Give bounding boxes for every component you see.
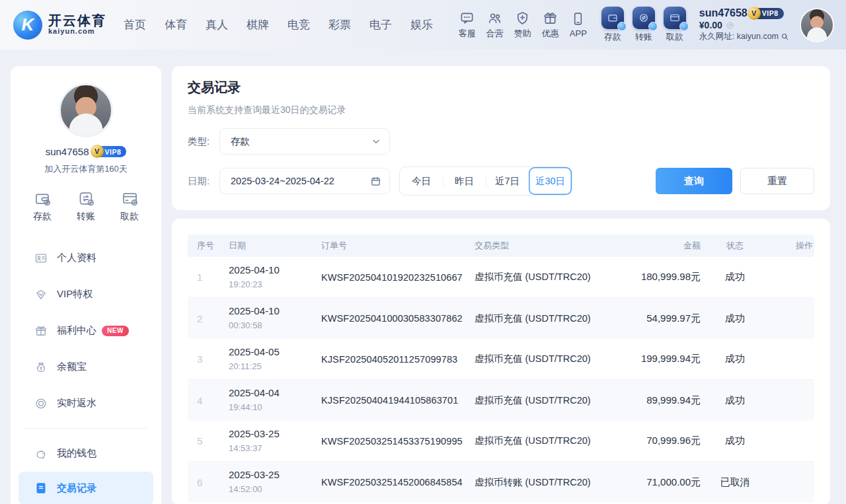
row-date-value: 2025-03-25 bbox=[229, 428, 280, 439]
row-transaction-type: 虚拟币充值 (USDT/TRC20) bbox=[465, 394, 634, 407]
promo-link[interactable]: 优惠 bbox=[542, 11, 559, 40]
nav-item-entertainment[interactable]: 娱乐 bbox=[410, 17, 433, 32]
brand-logo-icon: K bbox=[13, 11, 42, 40]
sidebar-item-welfare[interactable]: 福利中心 NEW bbox=[11, 312, 161, 349]
transfer-shortcut[interactable]: 转账 bbox=[633, 7, 655, 43]
sidebar-wallet-actions: 存款 转账 取款 bbox=[11, 190, 161, 223]
sidebar-divider bbox=[24, 428, 148, 429]
col-order: 订单号 bbox=[312, 240, 465, 252]
row-seq: 3 bbox=[188, 353, 219, 365]
deposit-shortcut[interactable]: 存款 bbox=[601, 7, 624, 43]
nav-item-esports[interactable]: 电竞 bbox=[288, 17, 310, 32]
welfare-icon bbox=[34, 324, 48, 338]
quick-range-group: 今日 昨日 近7日 近30日 bbox=[399, 166, 572, 196]
sidebar-item-vip[interactable]: VIP特权 bbox=[11, 276, 161, 312]
sidebar-item-label: 福利中心 bbox=[57, 324, 96, 337]
app-icon bbox=[570, 11, 586, 26]
nav-item-sports[interactable]: 体育 bbox=[165, 17, 187, 32]
customer-service-icon bbox=[459, 11, 475, 26]
row-date: 2025-04-0419:44:10 bbox=[219, 386, 312, 414]
row-seq: 1 bbox=[188, 271, 219, 283]
row-time-value: 00:30:58 bbox=[229, 320, 262, 330]
range-7days-button[interactable]: 近7日 bbox=[486, 167, 529, 195]
sidebar-deposit-action[interactable]: 存款 bbox=[33, 190, 52, 223]
deposit-label: 存款 bbox=[604, 31, 621, 43]
col-date: 日期 bbox=[219, 240, 312, 252]
row-amount: 54,999.97元 bbox=[634, 312, 702, 325]
main-panel: 交易记录 当前系统支持查询最近30日的交易记录 类型: 存款 日期: 2025-… bbox=[172, 66, 830, 504]
col-amount: 金额 bbox=[634, 240, 702, 252]
sidebar-item-rebate[interactable]: 实时返水 bbox=[11, 385, 161, 421]
sidebar-item-yuebao[interactable]: 余额宝 bbox=[11, 349, 161, 385]
row-status: 已取消 bbox=[702, 476, 768, 489]
avatar[interactable] bbox=[800, 8, 834, 42]
vip-badge: V VIP8 bbox=[751, 8, 784, 19]
nav-item-live[interactable]: 真人 bbox=[206, 17, 228, 32]
col-status: 状态 bbox=[702, 240, 768, 252]
row-date: 2025-03-2514:52:00 bbox=[219, 468, 312, 496]
username[interactable]: sun47658 bbox=[699, 7, 748, 19]
sidebar-item-label: VIP特权 bbox=[57, 288, 93, 301]
range-30days-button[interactable]: 近30日 bbox=[529, 167, 572, 195]
row-time-value: 14:52:00 bbox=[229, 484, 262, 494]
partnership-label: 合营 bbox=[486, 28, 504, 40]
sidebar-transfer-action[interactable]: 转账 bbox=[77, 190, 95, 223]
vip-level: VIP8 bbox=[762, 9, 779, 17]
type-select-value: 存款 bbox=[231, 135, 371, 148]
sidebar-item-profile[interactable]: 个人资料 bbox=[11, 240, 161, 276]
query-button[interactable]: 查询 bbox=[656, 168, 732, 194]
joined-days: 加入开云体育第160天 bbox=[11, 163, 161, 175]
sidebar-withdraw-action[interactable]: 取款 bbox=[120, 190, 139, 223]
sponsor-link[interactable]: 赞助 bbox=[514, 11, 531, 40]
row-order-number: KJSF202504052011257099783 bbox=[312, 354, 465, 365]
sidebar-withdraw-label: 取款 bbox=[120, 211, 139, 223]
col-action: 操作 bbox=[768, 240, 814, 252]
range-today-button[interactable]: 今日 bbox=[400, 167, 443, 195]
range-yesterday-button[interactable]: 昨日 bbox=[443, 167, 486, 195]
row-date: 2025-04-0520:11:25 bbox=[219, 345, 312, 373]
sidebar: sun47658 V VIP8 加入开云体育第160天 存款 转账 取款 bbox=[11, 66, 161, 504]
wallet-transfer-icon bbox=[77, 190, 95, 207]
sidebar-vip-v-icon: V bbox=[91, 145, 104, 158]
row-amount: 70,999.96元 bbox=[634, 435, 702, 447]
row-status: 成功 bbox=[702, 312, 768, 325]
row-order-number: KJSF202504041944105863701 bbox=[312, 395, 465, 406]
row-date-value: 2025-03-25 bbox=[229, 469, 280, 480]
row-date: 2025-04-1000:30:58 bbox=[219, 305, 312, 332]
sidebar-item-transaction-records[interactable]: 交易记录 bbox=[19, 472, 153, 504]
col-type: 交易类型 bbox=[465, 240, 634, 252]
main-nav: 首页 体育 真人 棋牌 电竞 彩票 电子 娱乐 bbox=[124, 17, 433, 32]
partnership-icon bbox=[487, 11, 502, 26]
brand-domain: kaiyun.com bbox=[48, 28, 106, 36]
profile-icon bbox=[34, 252, 48, 265]
sidebar-item-label: 个人资料 bbox=[57, 252, 96, 264]
table-row: 2 2025-04-1000:30:58 KWSF202504100030583… bbox=[188, 298, 814, 339]
new-badge: NEW bbox=[102, 326, 129, 336]
nav-item-lottery[interactable]: 彩票 bbox=[328, 17, 351, 32]
table-row: 4 2025-04-0419:44:10 KJSF202504041944105… bbox=[188, 380, 814, 421]
nav-item-home[interactable]: 首页 bbox=[124, 17, 146, 32]
app-link[interactable]: APP bbox=[570, 11, 587, 38]
promo-label: 优惠 bbox=[542, 28, 559, 40]
customer-service-link[interactable]: 客服 bbox=[459, 11, 476, 40]
sidebar-avatar[interactable] bbox=[59, 83, 113, 137]
row-date-value: 2025-04-04 bbox=[229, 387, 280, 398]
nav-item-chess[interactable]: 棋牌 bbox=[247, 17, 269, 32]
reset-button[interactable]: 重置 bbox=[740, 168, 814, 194]
refresh-icon[interactable] bbox=[726, 21, 734, 30]
partnership-link[interactable]: 合营 bbox=[486, 11, 504, 40]
date-range-input[interactable]: 2025-03-24~2025-04-22 bbox=[219, 168, 390, 194]
sidebar-item-label: 余额宝 bbox=[57, 361, 87, 373]
type-select[interactable]: 存款 bbox=[219, 128, 390, 155]
brand-logo[interactable]: K 开云体育 kaiyun.com bbox=[13, 11, 106, 40]
sidebar-item-wallet[interactable]: 我的钱包 bbox=[11, 435, 161, 472]
table-row: 5 2025-03-2514:53:37 KWSF202503251453375… bbox=[188, 421, 814, 462]
withdraw-shortcut[interactable]: 取款 bbox=[664, 7, 686, 43]
brand-text: 开云体育 kaiyun.com bbox=[48, 14, 106, 36]
row-date: 2025-03-2514:53:37 bbox=[219, 427, 312, 455]
permanent-url: 永久网址: kaiyun.com bbox=[699, 31, 779, 42]
search-icon[interactable] bbox=[781, 32, 789, 41]
row-transaction-type: 虚拟币充值 (USDT/TRC20) bbox=[465, 271, 634, 283]
withdraw-badge-icon bbox=[679, 22, 689, 31]
nav-item-slots[interactable]: 电子 bbox=[369, 17, 392, 32]
